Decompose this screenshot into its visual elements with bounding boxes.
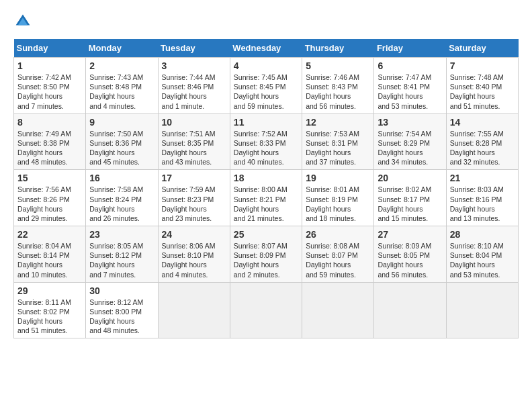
day-cell-9: 9Sunrise: 7:50 AMSunset: 8:36 PMDaylight… bbox=[86, 113, 158, 170]
day-cell-3: 3Sunrise: 7:44 AMSunset: 8:46 PMDaylight… bbox=[158, 58, 230, 114]
day-cell-25: 25Sunrise: 8:07 AMSunset: 8:09 PMDayligh… bbox=[230, 226, 302, 283]
day-info: Sunrise: 8:01 AMSunset: 8:19 PMDaylight … bbox=[306, 185, 359, 222]
day-number: 14 bbox=[450, 117, 515, 128]
empty-cell bbox=[230, 282, 302, 338]
day-cell-30: 30Sunrise: 8:12 AMSunset: 8:00 PMDayligh… bbox=[86, 282, 158, 338]
day-info: Sunrise: 8:04 AMSunset: 8:14 PMDaylight … bbox=[17, 242, 71, 279]
day-cell-16: 16Sunrise: 7:58 AMSunset: 8:24 PMDayligh… bbox=[86, 170, 158, 226]
logo bbox=[13, 13, 34, 32]
day-info: Sunrise: 7:50 AMSunset: 8:36 PMDaylight … bbox=[89, 130, 143, 167]
day-info: Sunrise: 8:08 AMSunset: 8:07 PMDaylight … bbox=[306, 242, 359, 279]
day-number: 23 bbox=[89, 229, 154, 240]
empty-cell bbox=[446, 282, 518, 338]
calendar-table: Sunday Monday Tuesday Wednesday Thursday… bbox=[13, 39, 519, 338]
day-cell-26: 26Sunrise: 8:08 AMSunset: 8:07 PMDayligh… bbox=[302, 226, 374, 283]
day-info: Sunrise: 7:43 AMSunset: 8:48 PMDaylight … bbox=[89, 73, 143, 110]
day-info: Sunrise: 7:46 AMSunset: 8:43 PMDaylight … bbox=[306, 73, 359, 110]
day-number: 3 bbox=[162, 60, 226, 71]
day-cell-10: 10Sunrise: 7:51 AMSunset: 8:35 PMDayligh… bbox=[158, 113, 230, 170]
day-cell-18: 18Sunrise: 8:00 AMSunset: 8:21 PMDayligh… bbox=[230, 170, 302, 226]
day-info: Sunrise: 7:58 AMSunset: 8:24 PMDaylight … bbox=[89, 185, 143, 222]
day-info: Sunrise: 7:59 AMSunset: 8:23 PMDaylight … bbox=[162, 185, 216, 222]
col-tuesday: Tuesday bbox=[158, 39, 230, 58]
col-monday: Monday bbox=[86, 39, 158, 58]
day-info: Sunrise: 7:45 AMSunset: 8:45 PMDaylight … bbox=[234, 73, 287, 110]
day-number: 10 bbox=[162, 117, 226, 128]
day-cell-6: 6Sunrise: 7:47 AMSunset: 8:41 PMDaylight… bbox=[374, 58, 446, 114]
day-number: 18 bbox=[234, 173, 298, 183]
day-number: 15 bbox=[17, 173, 82, 183]
empty-cell bbox=[374, 282, 446, 338]
day-number: 22 bbox=[17, 229, 82, 240]
day-cell-22: 22Sunrise: 8:04 AMSunset: 8:14 PMDayligh… bbox=[14, 226, 86, 283]
day-info: Sunrise: 8:12 AMSunset: 8:00 PMDaylight … bbox=[89, 298, 143, 335]
day-number: 17 bbox=[162, 173, 226, 183]
day-cell-4: 4Sunrise: 7:45 AMSunset: 8:45 PMDaylight… bbox=[230, 58, 302, 114]
day-info: Sunrise: 7:48 AMSunset: 8:40 PMDaylight … bbox=[450, 73, 504, 110]
day-cell-29: 29Sunrise: 8:11 AMSunset: 8:02 PMDayligh… bbox=[14, 282, 86, 338]
day-info: Sunrise: 7:55 AMSunset: 8:28 PMDaylight … bbox=[450, 130, 504, 167]
day-number: 7 bbox=[450, 60, 515, 71]
day-info: Sunrise: 8:11 AMSunset: 8:02 PMDaylight … bbox=[17, 298, 71, 335]
day-info: Sunrise: 8:10 AMSunset: 8:04 PMDaylight … bbox=[450, 242, 504, 279]
day-info: Sunrise: 7:47 AMSunset: 8:41 PMDaylight … bbox=[378, 73, 431, 110]
day-cell-7: 7Sunrise: 7:48 AMSunset: 8:40 PMDaylight… bbox=[446, 58, 518, 114]
day-cell-19: 19Sunrise: 8:01 AMSunset: 8:19 PMDayligh… bbox=[302, 170, 374, 226]
day-number: 19 bbox=[306, 173, 370, 183]
logo-icon bbox=[15, 13, 31, 30]
day-cell-8: 8Sunrise: 7:49 AMSunset: 8:38 PMDaylight… bbox=[14, 113, 86, 170]
day-cell-12: 12Sunrise: 7:53 AMSunset: 8:31 PMDayligh… bbox=[302, 113, 374, 170]
day-number: 16 bbox=[89, 173, 154, 183]
day-number: 5 bbox=[306, 60, 370, 71]
day-info: Sunrise: 7:52 AMSunset: 8:33 PMDaylight … bbox=[234, 130, 287, 167]
day-info: Sunrise: 8:00 AMSunset: 8:21 PMDaylight … bbox=[234, 185, 287, 222]
day-info: Sunrise: 8:05 AMSunset: 8:12 PMDaylight … bbox=[89, 242, 143, 279]
day-number: 12 bbox=[306, 117, 370, 128]
day-cell-11: 11Sunrise: 7:52 AMSunset: 8:33 PMDayligh… bbox=[230, 113, 302, 170]
day-info: Sunrise: 7:53 AMSunset: 8:31 PMDaylight … bbox=[306, 130, 359, 167]
day-cell-14: 14Sunrise: 7:55 AMSunset: 8:28 PMDayligh… bbox=[446, 113, 518, 170]
empty-cell bbox=[302, 282, 374, 338]
page-header bbox=[13, 13, 519, 32]
day-info: Sunrise: 8:06 AMSunset: 8:10 PMDaylight … bbox=[162, 242, 216, 279]
day-info: Sunrise: 7:54 AMSunset: 8:29 PMDaylight … bbox=[378, 130, 431, 167]
day-cell-21: 21Sunrise: 8:03 AMSunset: 8:16 PMDayligh… bbox=[446, 170, 518, 226]
day-number: 30 bbox=[89, 285, 154, 296]
day-info: Sunrise: 7:49 AMSunset: 8:38 PMDaylight … bbox=[17, 130, 71, 167]
day-number: 11 bbox=[234, 117, 298, 128]
empty-cell bbox=[158, 282, 230, 338]
day-info: Sunrise: 8:02 AMSunset: 8:17 PMDaylight … bbox=[378, 185, 431, 222]
day-number: 4 bbox=[234, 60, 298, 71]
day-number: 8 bbox=[17, 117, 82, 128]
day-cell-20: 20Sunrise: 8:02 AMSunset: 8:17 PMDayligh… bbox=[374, 170, 446, 226]
day-cell-15: 15Sunrise: 7:56 AMSunset: 8:26 PMDayligh… bbox=[14, 170, 86, 226]
day-number: 21 bbox=[450, 173, 515, 183]
col-friday: Friday bbox=[374, 39, 446, 58]
day-cell-2: 2Sunrise: 7:43 AMSunset: 8:48 PMDaylight… bbox=[86, 58, 158, 114]
day-number: 28 bbox=[450, 229, 515, 240]
day-info: Sunrise: 7:56 AMSunset: 8:26 PMDaylight … bbox=[17, 185, 71, 222]
calendar-week-1: 1Sunrise: 7:42 AMSunset: 8:50 PMDaylight… bbox=[14, 58, 519, 114]
calendar-week-2: 8Sunrise: 7:49 AMSunset: 8:38 PMDaylight… bbox=[14, 113, 519, 170]
day-number: 25 bbox=[234, 229, 298, 240]
day-info: Sunrise: 7:51 AMSunset: 8:35 PMDaylight … bbox=[162, 130, 216, 167]
col-sunday: Sunday bbox=[14, 39, 86, 58]
day-number: 9 bbox=[89, 117, 154, 128]
day-cell-28: 28Sunrise: 8:10 AMSunset: 8:04 PMDayligh… bbox=[446, 226, 518, 283]
calendar-week-5: 29Sunrise: 8:11 AMSunset: 8:02 PMDayligh… bbox=[14, 282, 519, 338]
day-cell-5: 5Sunrise: 7:46 AMSunset: 8:43 PMDaylight… bbox=[302, 58, 374, 114]
day-number: 24 bbox=[162, 229, 226, 240]
day-cell-13: 13Sunrise: 7:54 AMSunset: 8:29 PMDayligh… bbox=[374, 113, 446, 170]
day-info: Sunrise: 7:44 AMSunset: 8:46 PMDaylight … bbox=[162, 73, 216, 110]
day-info: Sunrise: 7:42 AMSunset: 8:50 PMDaylight … bbox=[17, 73, 71, 110]
header-row: Sunday Monday Tuesday Wednesday Thursday… bbox=[14, 39, 519, 58]
day-number: 2 bbox=[89, 60, 154, 71]
day-cell-24: 24Sunrise: 8:06 AMSunset: 8:10 PMDayligh… bbox=[158, 226, 230, 283]
day-number: 6 bbox=[378, 60, 442, 71]
day-number: 29 bbox=[17, 285, 82, 296]
day-cell-1: 1Sunrise: 7:42 AMSunset: 8:50 PMDaylight… bbox=[14, 58, 86, 114]
calendar-week-4: 22Sunrise: 8:04 AMSunset: 8:14 PMDayligh… bbox=[14, 226, 519, 283]
col-thursday: Thursday bbox=[302, 39, 374, 58]
calendar-week-3: 15Sunrise: 7:56 AMSunset: 8:26 PMDayligh… bbox=[14, 170, 519, 226]
day-cell-23: 23Sunrise: 8:05 AMSunset: 8:12 PMDayligh… bbox=[86, 226, 158, 283]
